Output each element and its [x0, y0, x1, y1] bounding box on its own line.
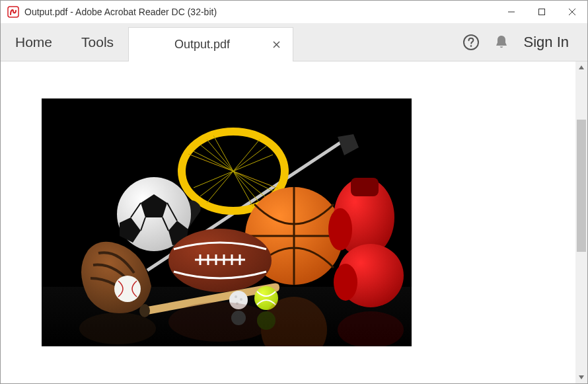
document-image [42, 98, 412, 346]
document-tab[interactable]: Output.pdf [128, 27, 293, 61]
document-tab-label: Output.pdf [143, 38, 261, 52]
help-button[interactable] [457, 28, 486, 57]
home-tab[interactable]: Home [1, 23, 67, 61]
svg-point-28 [328, 208, 352, 250]
document-viewer[interactable] [1, 61, 575, 383]
signin-button[interactable]: Sign In [517, 34, 576, 51]
tools-tab[interactable]: Tools [67, 23, 128, 61]
vertical-scrollbar[interactable] [575, 61, 587, 383]
toolbar-right: Sign In [457, 23, 588, 61]
app-window: Output.pdf - Adobe Acrobat Reader DC (32… [0, 0, 588, 384]
maximize-button[interactable] [527, 1, 557, 23]
svg-point-44 [240, 298, 242, 301]
content-area [1, 61, 587, 383]
scroll-up-icon[interactable] [575, 61, 587, 73]
svg-rect-29 [351, 178, 379, 196]
minimize-button[interactable] [496, 1, 527, 23]
svg-point-43 [235, 295, 237, 298]
notifications-button[interactable] [487, 28, 516, 57]
svg-point-51 [231, 311, 246, 325]
acrobat-app-icon [7, 6, 19, 18]
svg-point-8 [470, 45, 472, 47]
svg-rect-2 [539, 9, 545, 15]
scrollbar-thumb[interactable] [577, 120, 586, 252]
svg-point-52 [79, 313, 156, 344]
svg-point-31 [334, 264, 357, 301]
close-button[interactable] [557, 1, 587, 23]
toolbar: Home Tools Output.pdf Sign [1, 23, 587, 61]
document-tab-close-icon[interactable] [270, 39, 282, 51]
svg-point-50 [257, 311, 276, 330]
scrollbar-track[interactable] [575, 73, 587, 371]
titlebar: Output.pdf - Adobe Acrobat Reader DC (32… [1, 1, 587, 23]
svg-point-47 [168, 302, 272, 342]
scroll-down-icon[interactable] [575, 371, 587, 383]
svg-point-41 [114, 276, 141, 302]
window-title: Output.pdf - Adobe Acrobat Reader DC (32… [24, 7, 217, 17]
pdf-page [1, 61, 575, 346]
